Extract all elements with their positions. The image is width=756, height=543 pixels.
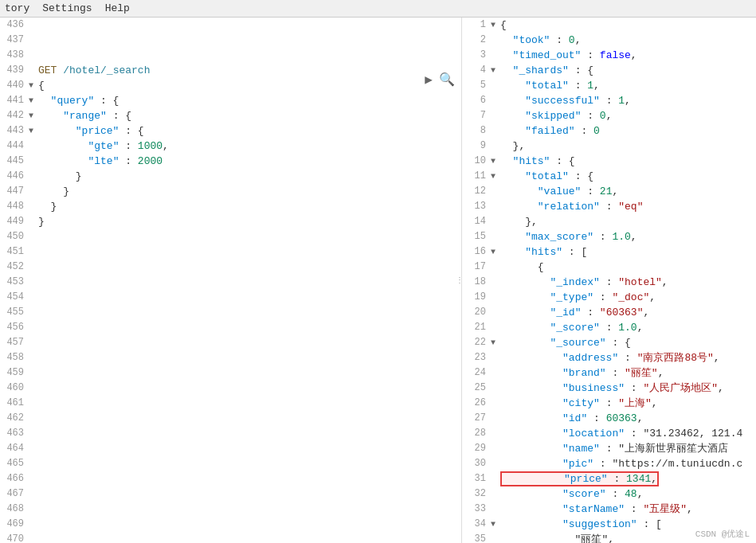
line-number: 441: [0, 93, 29, 108]
fold-icon[interactable]: ▼: [491, 169, 500, 184]
line-number: 452: [0, 260, 29, 275]
code-line: 465: [0, 456, 461, 471]
code-line: 19 "_type" : "_doc",: [462, 290, 756, 305]
code-line: 436: [0, 18, 461, 33]
line-number: 442: [0, 108, 29, 123]
fold-icon[interactable]: ▼: [491, 63, 500, 78]
line-number: 35: [462, 532, 491, 543]
line-content: "location" : "31.23462, 121.4: [500, 426, 756, 441]
code-line: 20 "_id" : "60363",: [462, 305, 756, 320]
line-content: {: [500, 260, 756, 275]
line-number: 18: [462, 275, 491, 290]
code-line: 470: [0, 532, 461, 543]
line-content: "failed" : 0: [500, 123, 756, 139]
line-number: 467: [0, 486, 29, 502]
toolbar-icons[interactable]: ▶ 🔍: [425, 72, 455, 88]
line-content: {: [500, 18, 756, 33]
line-number: 461: [0, 396, 29, 411]
fold-icon[interactable]: ▼: [491, 18, 500, 33]
line-content: {: [38, 78, 461, 93]
line-number: 21: [462, 320, 491, 335]
line-number: 27: [462, 411, 491, 426]
line-content: "lte" : 2000: [38, 154, 461, 169]
divider-handle[interactable]: ⋮: [456, 18, 461, 543]
line-number: 454: [0, 290, 29, 305]
line-content: "skipped" : 0,: [500, 108, 756, 123]
main-container: 436 437 438 439 GET /hotel/_search 440 ▼…: [0, 18, 756, 543]
code-line: 463: [0, 426, 461, 441]
code-line: 18 "_index" : "hotel",: [462, 275, 756, 290]
menu-history[interactable]: tory: [5, 2, 29, 14]
watermark: CSDN @优途L: [695, 528, 750, 540]
fold-icon[interactable]: ▼: [29, 93, 38, 108]
code-line: 31 "price" : 1341,: [462, 471, 756, 486]
code-line: 454: [0, 290, 461, 305]
code-line: 3 "timed_out" : false,: [462, 48, 756, 63]
line-content: "starName" : "五星级",: [500, 502, 756, 517]
settings-icon[interactable]: 🔍: [439, 72, 455, 88]
line-number: 470: [0, 532, 29, 543]
code-line: 438: [0, 48, 461, 63]
code-line: 445 "lte" : 2000: [0, 154, 461, 169]
line-number: 459: [0, 365, 29, 381]
menu-settings[interactable]: Settings: [42, 2, 92, 14]
line-number: 17: [462, 260, 491, 275]
line-number: 14: [462, 214, 491, 229]
line-number: 23: [462, 350, 491, 365]
line-content: "address" : "南京西路88号",: [500, 350, 756, 365]
line-number: 443: [0, 123, 29, 139]
code-line: 460: [0, 381, 461, 396]
code-line: 5 "total" : 1,: [462, 78, 756, 93]
line-number: 5: [462, 78, 491, 93]
line-number: 26: [462, 396, 491, 411]
line-number: 462: [0, 411, 29, 426]
line-number: 25: [462, 381, 491, 396]
line-number: 463: [0, 426, 29, 441]
line-number: 29: [462, 441, 491, 456]
line-number: 440: [0, 78, 29, 93]
fold-icon[interactable]: ▼: [29, 123, 38, 139]
code-line: 450: [0, 229, 461, 244]
menu-help[interactable]: Help: [105, 2, 130, 14]
line-number: 2: [462, 33, 491, 48]
left-panel[interactable]: 436 437 438 439 GET /hotel/_search 440 ▼…: [0, 18, 462, 543]
fold-icon[interactable]: ▼: [29, 108, 38, 123]
code-line: 12 "value" : 21,: [462, 184, 756, 199]
code-line: 462: [0, 411, 461, 426]
run-icon[interactable]: ▶: [425, 72, 433, 88]
line-content: "score" : 48,: [500, 486, 756, 502]
line-number: 448: [0, 199, 29, 214]
line-content: "gte" : 1000,: [38, 139, 461, 154]
line-content: },: [500, 139, 756, 154]
line-number: 31: [462, 471, 491, 486]
left-code-area: 436 437 438 439 GET /hotel/_search 440 ▼…: [0, 18, 461, 543]
line-number: 465: [0, 456, 29, 471]
code-line: 23 "address" : "南京西路88号",: [462, 350, 756, 365]
line-number: 8: [462, 123, 491, 139]
code-line: 443 ▼ "price" : {: [0, 123, 461, 139]
line-number: 438: [0, 48, 29, 63]
fold-icon[interactable]: ▼: [491, 154, 500, 169]
code-line: 25 "business" : "人民广场地区",: [462, 381, 756, 396]
line-number: 439: [0, 63, 29, 78]
line-number: 28: [462, 426, 491, 441]
line-content: "hits" : {: [500, 154, 756, 169]
line-content: }: [38, 169, 461, 184]
line-number: 1: [462, 18, 491, 33]
price-highlight: "price" : 1341,: [500, 471, 659, 486]
line-number: 6: [462, 93, 491, 108]
fold-icon[interactable]: ▼: [491, 517, 500, 532]
line-number: 450: [0, 229, 29, 244]
fold-icon[interactable]: ▼: [491, 335, 500, 350]
line-number: 458: [0, 350, 29, 365]
fold-icon[interactable]: ▼: [29, 78, 38, 93]
line-number: 456: [0, 320, 29, 335]
right-panel[interactable]: 1 ▼ { 2 "took" : 0, 3 "timed_out" : fals…: [462, 18, 756, 543]
code-line: 469: [0, 517, 461, 532]
code-line: 464: [0, 441, 461, 456]
line-content: "business" : "人民广场地区",: [500, 381, 756, 396]
fold-icon[interactable]: ▼: [491, 244, 500, 260]
line-content: "total" : {: [500, 169, 756, 184]
line-number: 9: [462, 139, 491, 154]
line-content: "_id" : "60363",: [500, 305, 756, 320]
